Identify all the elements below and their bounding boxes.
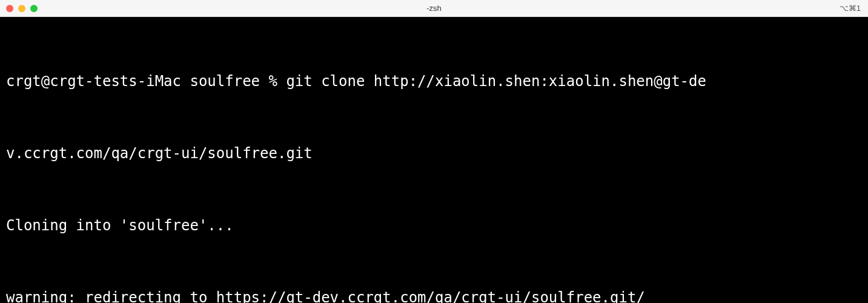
terminal-line: v.ccrgt.com/qa/crgt-ui/soulfree.git	[6, 142, 862, 166]
terminal-line: crgt@crgt-tests-iMac soulfree % git clon…	[6, 70, 862, 94]
maximize-icon[interactable]	[30, 5, 38, 12]
titlebar: -zsh ⌥⌘1	[0, 0, 868, 17]
close-icon[interactable]	[6, 5, 13, 12]
terminal-line: warning: redirecting to https://gt-dev.c…	[6, 286, 862, 303]
terminal-output[interactable]: crgt@crgt-tests-iMac soulfree % git clon…	[0, 17, 868, 303]
terminal-line: Cloning into 'soulfree'...	[6, 214, 862, 238]
terminal-window: -zsh ⌥⌘1 crgt@crgt-tests-iMac soulfree %…	[0, 0, 868, 303]
window-title: -zsh	[426, 4, 442, 13]
minimize-icon[interactable]	[18, 5, 25, 12]
traffic-lights	[6, 5, 38, 12]
keyboard-shortcut: ⌥⌘1	[840, 4, 861, 13]
